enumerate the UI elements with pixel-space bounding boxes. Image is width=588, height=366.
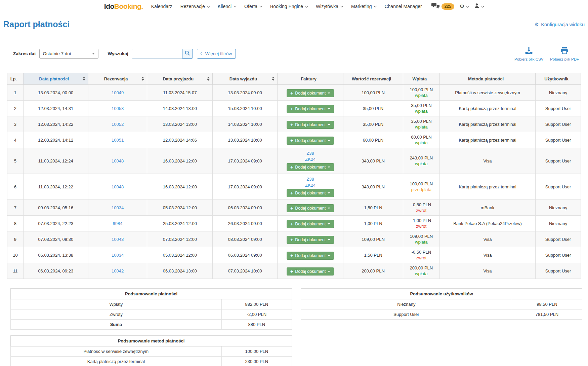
reservation-link[interactable]: 10049 bbox=[112, 90, 124, 95]
invoice-link[interactable]: Z38 bbox=[280, 176, 340, 182]
settings-menu[interactable]: ⚙ bbox=[460, 4, 469, 9]
caret-down-icon bbox=[328, 223, 330, 225]
reservation-link[interactable]: 10053 bbox=[112, 106, 124, 111]
nav-item[interactable]: Kalendarz bbox=[151, 4, 172, 9]
payment-status: wpłata bbox=[406, 109, 437, 114]
app-logo[interactable]: IdoBooking. bbox=[104, 2, 143, 10]
column-header-label: Wpłata bbox=[413, 76, 427, 81]
plus-icon: + bbox=[290, 253, 293, 258]
sort-icon[interactable] bbox=[272, 77, 275, 81]
column-header[interactable]: Data wyjazdu bbox=[213, 73, 278, 85]
download-csv-button[interactable]: Pobierz plik CSV bbox=[514, 46, 543, 61]
summary-row: Kartą płatniczą przez terminal230,00 PLN bbox=[11, 357, 292, 366]
caret-down-icon bbox=[328, 208, 330, 209]
column-header[interactable]: Data przyjazdu bbox=[147, 73, 213, 85]
nav-item[interactable]: Channel Manager bbox=[384, 4, 422, 9]
summary-title: Podsumowanie płatności bbox=[11, 289, 292, 299]
date-range-select[interactable]: Ostatnie 7 dni bbox=[39, 49, 98, 59]
table-row: 611.03.2024, 12:221004816.03.2024 12:001… bbox=[7, 174, 581, 200]
add-document-button[interactable]: +Dodaj dokument bbox=[287, 252, 334, 260]
payment-date-cell: 07.03.2024, 22:23 bbox=[23, 216, 88, 231]
reservation-cell: 10042 bbox=[88, 263, 147, 279]
add-document-button[interactable]: +Dodaj dokument bbox=[287, 163, 334, 171]
nav-item[interactable]: Rezerwacje bbox=[180, 4, 210, 9]
search-button[interactable] bbox=[182, 49, 193, 59]
reservation-link[interactable]: 10034 bbox=[112, 253, 124, 258]
reservation-link[interactable]: 10048 bbox=[112, 158, 124, 163]
chat-bubbles-icon bbox=[431, 3, 439, 10]
column-header-label: Lp. bbox=[10, 76, 17, 81]
summary-row: Support User781,50 PLN bbox=[301, 309, 582, 320]
nav-item[interactable]: Booking Engine bbox=[270, 4, 308, 9]
summary-row-value: 100,00 PLN bbox=[221, 346, 292, 357]
more-filters-button[interactable]: Więcej filtrów bbox=[197, 49, 236, 59]
add-document-label: Dodaj dokument bbox=[295, 269, 326, 274]
add-document-label: Dodaj dokument bbox=[295, 206, 326, 211]
report-panel: Zakres dat Ostatnie 7 dni Wyszukaj Więce… bbox=[3, 37, 585, 366]
sort-icon[interactable] bbox=[141, 77, 144, 81]
add-document-button[interactable]: +Dodaj dokument bbox=[287, 105, 334, 113]
column-header[interactable]: Data płatności bbox=[23, 73, 88, 85]
user-cell: Support User bbox=[536, 174, 581, 200]
nav-menu: KalendarzRezerwacjeKlienciOfertaBooking … bbox=[151, 4, 422, 9]
payment-method-cell: Visa bbox=[440, 247, 536, 263]
reservation-cell: 10053 bbox=[88, 101, 147, 116]
user-cell: Support User bbox=[536, 263, 581, 279]
user-menu[interactable] bbox=[474, 3, 484, 10]
column-header-label: Rezerwacja bbox=[104, 76, 128, 81]
column-header[interactable]: Rezerwacja bbox=[88, 73, 147, 85]
summary-row-label: Nieznany bbox=[301, 299, 512, 309]
reservation-link[interactable]: 10043 bbox=[112, 237, 124, 242]
add-document-button[interactable]: +Dodaj dokument bbox=[287, 137, 334, 145]
sort-icon[interactable] bbox=[83, 77, 85, 81]
invoices-cell: +Dodaj dokument bbox=[277, 231, 343, 247]
caret-down-icon bbox=[328, 192, 330, 194]
payments-table-body: 113.03.2024, 00:001004911.03.2024 15:071… bbox=[7, 85, 581, 279]
add-document-label: Dodaj dokument bbox=[295, 191, 326, 195]
caret-down-icon bbox=[328, 239, 330, 241]
invoice-link[interactable]: Z38 bbox=[280, 150, 340, 156]
reservation-link[interactable]: 9984 bbox=[113, 221, 123, 226]
payment-status: wpłata bbox=[406, 140, 437, 145]
add-document-label: Dodaj dokument bbox=[295, 237, 326, 242]
messages-button[interactable]: 225 bbox=[431, 3, 454, 10]
add-document-button[interactable]: +Dodaj dokument bbox=[287, 267, 334, 276]
add-document-label: Dodaj dokument bbox=[295, 107, 326, 111]
add-document-button[interactable]: +Dodaj dokument bbox=[287, 220, 334, 228]
nav-item[interactable]: Oferta bbox=[244, 4, 262, 9]
add-document-button[interactable]: +Dodaj dokument bbox=[287, 236, 334, 244]
download-pdf-button[interactable]: Pobierz plik PDF bbox=[550, 46, 579, 61]
payment-cell: 200,00 PLNwpłata bbox=[403, 263, 439, 279]
add-document-button[interactable]: +Dodaj dokument bbox=[287, 204, 334, 212]
summary-section: Podsumowanie płatnościWpłaty882,00 PLNZw… bbox=[10, 288, 578, 366]
add-document-button[interactable]: +Dodaj dokument bbox=[287, 189, 334, 197]
add-document-button[interactable]: +Dodaj dokument bbox=[287, 89, 334, 97]
departure-date-cell: 14.03.2024 10:00 bbox=[213, 116, 278, 132]
reservation-link[interactable]: 10048 bbox=[112, 184, 124, 189]
download-csv-label: Pobierz plik CSV bbox=[514, 57, 543, 61]
reservation-value-cell: 343,00 PLN bbox=[343, 174, 403, 200]
nav-item-label: Oferta bbox=[244, 4, 257, 9]
invoice-link[interactable]: ZK24 bbox=[280, 156, 340, 162]
page-title: Raport płatności bbox=[3, 20, 70, 29]
nav-item[interactable]: Klienci bbox=[218, 4, 236, 9]
invoice-link[interactable]: ZK24 bbox=[280, 182, 340, 188]
reservation-link[interactable]: 10042 bbox=[112, 268, 124, 273]
reservation-link[interactable]: 10052 bbox=[112, 122, 124, 127]
reservation-link[interactable]: 10051 bbox=[112, 138, 124, 143]
plus-icon: + bbox=[290, 107, 293, 111]
payment-cell: 100,00 PLNprzedpłata bbox=[403, 174, 439, 200]
search-input[interactable] bbox=[132, 49, 182, 59]
view-configuration-link[interactable]: ⚙ Konfiguracja widoku bbox=[535, 22, 585, 27]
reservation-link[interactable]: 10034 bbox=[112, 205, 124, 210]
add-document-label: Dodaj dokument bbox=[295, 253, 326, 258]
payment-amount: -0,50 PLN bbox=[406, 202, 437, 207]
printer-icon bbox=[560, 46, 569, 56]
add-document-button[interactable]: +Dodaj dokument bbox=[287, 121, 334, 129]
nav-item[interactable]: Marketing bbox=[351, 4, 376, 9]
plus-icon: + bbox=[290, 138, 293, 143]
arrival-date-cell: 11.03.2024 15:07 bbox=[147, 85, 213, 101]
nav-item[interactable]: Wizytówka bbox=[316, 4, 343, 9]
payment-date-cell: 09.03.2024, 05:16 bbox=[23, 200, 88, 216]
sort-icon[interactable] bbox=[207, 77, 210, 81]
